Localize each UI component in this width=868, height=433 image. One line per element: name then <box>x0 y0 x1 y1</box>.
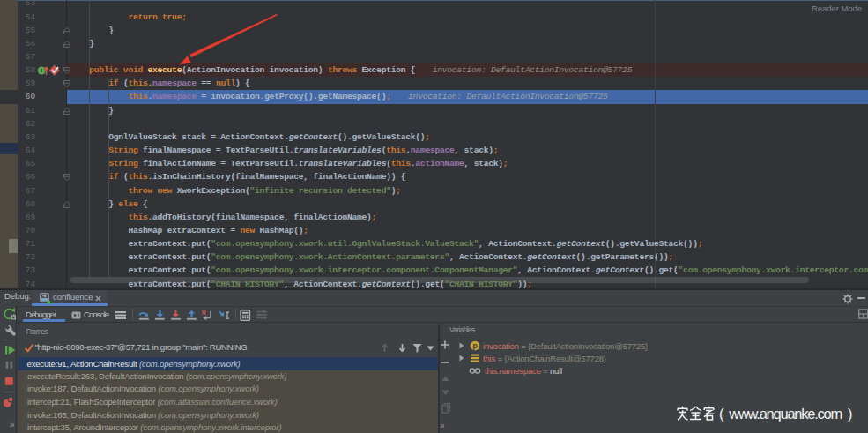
svg-text:p: p <box>472 341 477 350</box>
